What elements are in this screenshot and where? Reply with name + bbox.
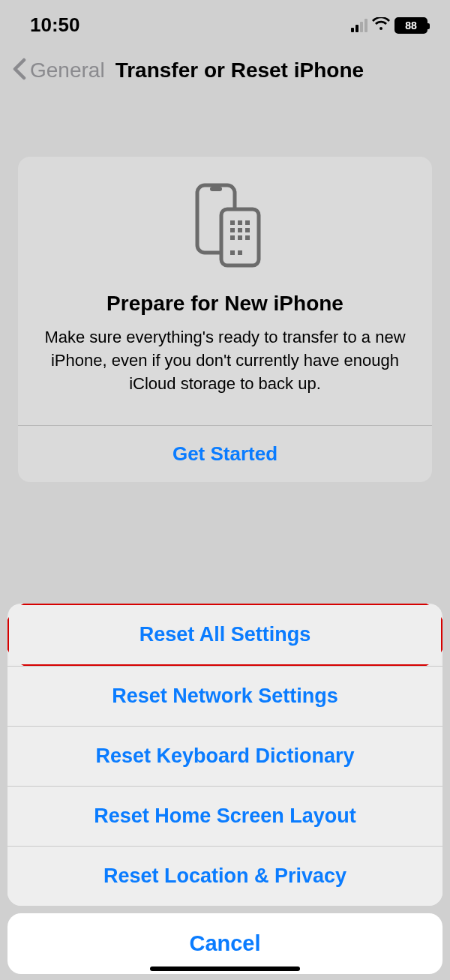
home-indicator[interactable]	[150, 967, 300, 971]
card-description: Make sure everything's ready to transfer…	[36, 326, 414, 395]
prepare-card: Prepare for New iPhone Make sure everyth…	[18, 157, 432, 482]
svg-rect-11	[245, 235, 250, 240]
svg-rect-8	[245, 228, 250, 232]
action-sheet: Reset All Settings Reset Network Setting…	[0, 604, 450, 980]
reset-home-screen-layout-button[interactable]: Reset Home Screen Layout	[8, 786, 442, 846]
battery-indicator: 88	[394, 17, 428, 34]
svg-rect-4	[238, 220, 242, 225]
card-title: Prepare for New iPhone	[36, 292, 414, 316]
reset-options-list: Reset All Settings Reset Network Setting…	[8, 604, 442, 906]
highlighted-option: Reset All Settings	[8, 604, 442, 668]
svg-rect-3	[230, 220, 235, 225]
svg-rect-12	[230, 250, 235, 255]
reset-keyboard-dictionary-button[interactable]: Reset Keyboard Dictionary	[8, 726, 442, 786]
wifi-icon	[372, 16, 390, 35]
get-started-button[interactable]: Get Started	[36, 426, 414, 482]
nav-bar: General Transfer or Reset iPhone	[0, 44, 450, 97]
status-time: 10:50	[30, 13, 80, 37]
status-bar: 10:50 88	[0, 0, 450, 44]
nav-title: Transfer or Reset iPhone	[116, 58, 364, 82]
cellular-signal-icon	[351, 19, 368, 32]
reset-all-settings-button[interactable]: Reset All Settings	[9, 605, 441, 664]
svg-rect-13	[238, 250, 242, 255]
svg-rect-6	[230, 228, 235, 232]
svg-rect-1	[210, 187, 222, 191]
chevron-left-icon[interactable]	[12, 58, 27, 83]
cancel-button[interactable]: Cancel	[8, 913, 442, 974]
svg-rect-10	[238, 235, 242, 240]
reset-network-settings-button[interactable]: Reset Network Settings	[8, 666, 442, 726]
svg-rect-9	[230, 235, 235, 240]
reset-location-privacy-button[interactable]: Reset Location & Privacy	[8, 846, 442, 906]
status-icons: 88	[351, 16, 428, 35]
nav-back-label[interactable]: General	[30, 58, 105, 82]
svg-rect-5	[245, 220, 250, 225]
svg-rect-7	[238, 228, 242, 232]
two-phones-icon	[36, 179, 414, 269]
